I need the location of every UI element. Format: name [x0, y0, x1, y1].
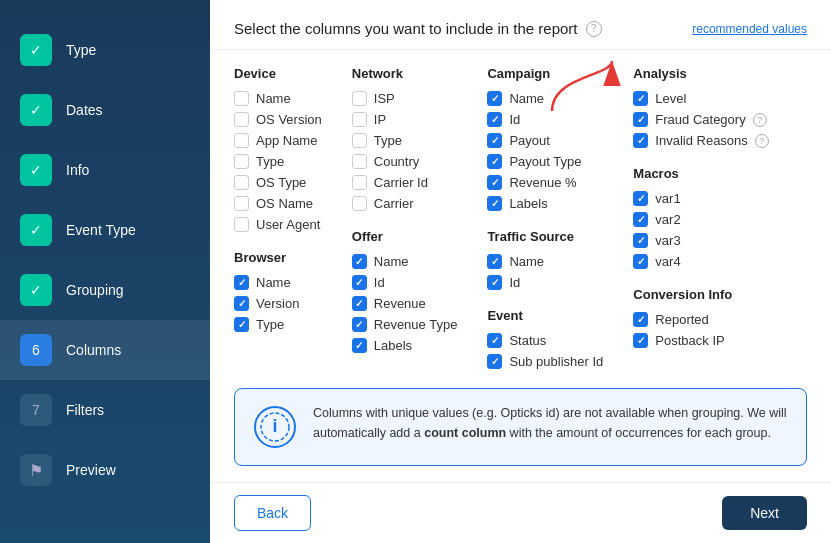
sidebar-item-filters[interactable]: 7 Filters: [0, 380, 210, 440]
traffic-source-id[interactable]: Id: [487, 275, 603, 290]
device-os-version[interactable]: OS Version: [234, 112, 322, 127]
macros-var4[interactable]: var4: [633, 254, 769, 269]
next-button[interactable]: Next: [722, 496, 807, 530]
campaign-payout[interactable]: Payout: [487, 133, 603, 148]
device-os-type[interactable]: OS Type: [234, 175, 322, 190]
group-macros-title: Macros: [633, 166, 769, 181]
page-header: Select the columns you want to include i…: [210, 0, 831, 50]
sidebar-item-type[interactable]: ✓ Type: [0, 20, 210, 80]
step-icon-info: ✓: [20, 154, 52, 186]
invalid-reasons-help-icon[interactable]: ?: [755, 134, 769, 148]
offer-revenue[interactable]: Revenue: [352, 296, 458, 311]
sidebar-item-preview[interactable]: ⚑ Preview: [0, 440, 210, 500]
device-user-agent[interactable]: User Agent: [234, 217, 322, 232]
step-icon-event-type: ✓: [20, 214, 52, 246]
step-icon-grouping: ✓: [20, 274, 52, 306]
group-macros: Macros var1 var2 var3 var4: [633, 166, 769, 269]
page-title: Select the columns you want to include i…: [234, 20, 602, 37]
group-event-title: Event: [487, 308, 603, 323]
sidebar-item-label: Filters: [66, 402, 104, 418]
network-carrier-id[interactable]: Carrier Id: [352, 175, 458, 190]
offer-id[interactable]: Id: [352, 275, 458, 290]
group-campaign-title: Campaign: [487, 66, 603, 81]
sidebar-item-grouping[interactable]: ✓ Grouping: [0, 260, 210, 320]
device-os-name[interactable]: OS Name: [234, 196, 322, 211]
event-sub-publisher-id[interactable]: Sub publisher Id: [487, 354, 603, 369]
recommended-values-link[interactable]: recommended values: [692, 22, 807, 36]
offer-name[interactable]: Name: [352, 254, 458, 269]
network-country[interactable]: Country: [352, 154, 458, 169]
group-event: Event Status Sub publisher Id: [487, 308, 603, 369]
group-campaign: Campaign Name Id Payout Payout Type Reve…: [487, 66, 603, 211]
group-network-title: Network: [352, 66, 458, 81]
network-ip[interactable]: IP: [352, 112, 458, 127]
traffic-source-name[interactable]: Name: [487, 254, 603, 269]
device-name[interactable]: Name: [234, 91, 322, 106]
sidebar-item-event-type[interactable]: ✓ Event Type: [0, 200, 210, 260]
network-carrier[interactable]: Carrier: [352, 196, 458, 211]
back-button[interactable]: Back: [234, 495, 311, 531]
sidebar-item-label: Info: [66, 162, 89, 178]
group-offer-title: Offer: [352, 229, 458, 244]
sidebar-item-columns[interactable]: 6 Columns: [0, 320, 210, 380]
group-traffic-source: Traffic Source Name Id: [487, 229, 603, 290]
sidebar-item-info[interactable]: ✓ Info: [0, 140, 210, 200]
step-icon-type: ✓: [20, 34, 52, 66]
campaign-revenue-percent[interactable]: Revenue %: [487, 175, 603, 190]
device-app-name[interactable]: App Name: [234, 133, 322, 148]
device-type[interactable]: Type: [234, 154, 322, 169]
columns-grid: Device Name OS Version App Name Type OS …: [234, 66, 807, 369]
group-analysis-title: Analysis: [633, 66, 769, 81]
campaign-name[interactable]: Name: [487, 91, 603, 106]
offer-revenue-type[interactable]: Revenue Type: [352, 317, 458, 332]
campaign-id[interactable]: Id: [487, 112, 603, 127]
group-offer: Offer Name Id Revenue Revenue Type Label…: [352, 229, 458, 353]
macros-var3[interactable]: var3: [633, 233, 769, 248]
header-title-text: Select the columns you want to include i…: [234, 20, 578, 37]
browser-type[interactable]: Type: [234, 317, 322, 332]
macros-var2[interactable]: var2: [633, 212, 769, 227]
title-info-icon[interactable]: ?: [586, 21, 602, 37]
group-browser-title: Browser: [234, 250, 322, 265]
macros-var1[interactable]: var1: [633, 191, 769, 206]
group-network: Network ISP IP Type Country Carrier Id C…: [352, 66, 458, 211]
group-browser: Browser Name Version Type: [234, 250, 322, 332]
sidebar: ✓ Type ✓ Dates ✓ Info ✓ Event Type ✓ Gro…: [0, 0, 210, 543]
main-content: Select the columns you want to include i…: [210, 0, 831, 543]
group-device-title: Device: [234, 66, 322, 81]
group-traffic-source-title: Traffic Source: [487, 229, 603, 244]
group-conversion-info: Conversion Info Reported Postback IP: [633, 287, 769, 348]
conversion-reported[interactable]: Reported: [633, 312, 769, 327]
browser-name[interactable]: Name: [234, 275, 322, 290]
campaign-payout-type[interactable]: Payout Type: [487, 154, 603, 169]
browser-version[interactable]: Version: [234, 296, 322, 311]
campaign-labels[interactable]: Labels: [487, 196, 603, 211]
info-box-bold-text: count column: [424, 426, 506, 440]
columns-area: Device Name OS Version App Name Type OS …: [210, 50, 831, 378]
group-analysis: Analysis Level Fraud Category ? Invalid …: [633, 66, 769, 148]
conversion-postback-ip[interactable]: Postback IP: [633, 333, 769, 348]
sidebar-item-label: Event Type: [66, 222, 136, 238]
event-status[interactable]: Status: [487, 333, 603, 348]
offer-labels[interactable]: Labels: [352, 338, 458, 353]
step-icon-preview: ⚑: [20, 454, 52, 486]
sidebar-item-label: Type: [66, 42, 96, 58]
group-device: Device Name OS Version App Name Type OS …: [234, 66, 322, 232]
sidebar-item-label: Columns: [66, 342, 121, 358]
analysis-level[interactable]: Level: [633, 91, 769, 106]
info-box: i Columns with unique values (e.g. Optic…: [234, 388, 807, 466]
sidebar-item-label: Dates: [66, 102, 103, 118]
group-conversion-info-title: Conversion Info: [633, 287, 769, 302]
analysis-invalid-reasons[interactable]: Invalid Reasons ?: [633, 133, 769, 148]
page-footer: Back Next: [210, 482, 831, 543]
svg-text:i: i: [272, 416, 277, 436]
network-type[interactable]: Type: [352, 133, 458, 148]
info-box-icon: i: [251, 403, 299, 451]
fraud-category-help-icon[interactable]: ?: [753, 113, 767, 127]
step-icon-dates: ✓: [20, 94, 52, 126]
step-icon-filters: 7: [20, 394, 52, 426]
sidebar-item-dates[interactable]: ✓ Dates: [0, 80, 210, 140]
analysis-fraud-category[interactable]: Fraud Category ?: [633, 112, 769, 127]
sidebar-item-label: Preview: [66, 462, 116, 478]
network-isp[interactable]: ISP: [352, 91, 458, 106]
